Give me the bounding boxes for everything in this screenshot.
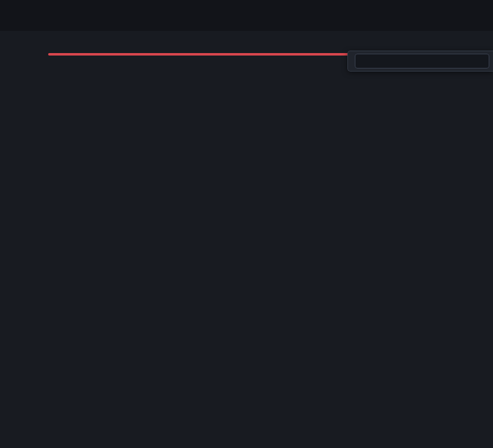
find-widget	[347, 51, 493, 72]
editor-pane	[0, 47, 493, 448]
editor-window	[0, 0, 493, 448]
tab-bar	[0, 0, 493, 31]
annotation-box	[48, 53, 349, 56]
breadcrumb	[0, 31, 493, 47]
find-input[interactable]	[355, 54, 489, 68]
